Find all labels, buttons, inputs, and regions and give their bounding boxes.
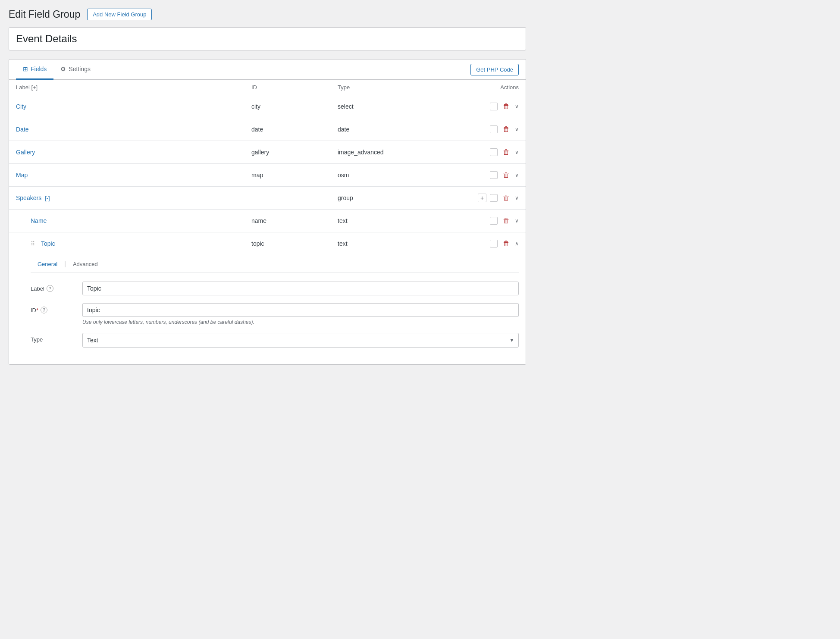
form-row-id: ID* ? Use only lowercase letters, number…: [31, 303, 519, 325]
table-row: Name name text 🗑 ∨: [9, 210, 526, 232]
form-row-label: Label ?: [31, 282, 519, 295]
topic-copy-checkbox[interactable]: [490, 240, 498, 247]
id-help-icon[interactable]: ?: [41, 307, 47, 313]
type-field-select-wrapper: Text Textarea Email Number URL Select Ch…: [82, 333, 519, 348]
field-editor-tabs: General | Advanced: [31, 255, 519, 273]
col-type: Type: [338, 84, 450, 91]
group-title-input[interactable]: [9, 28, 526, 50]
page-title: Edit Field Group: [9, 9, 80, 20]
date-delete-icon[interactable]: 🗑: [501, 124, 511, 135]
field-speakers-label[interactable]: Speakers: [16, 194, 41, 201]
field-topic-actions: 🗑 ∧: [450, 238, 519, 249]
field-topic-id: topic: [251, 240, 338, 247]
table-row: Map map osm 🗑 ∨: [9, 164, 526, 187]
editor-form: Label ? ID* ?: [31, 273, 519, 364]
table-row-group: Speakers [-] group + 🗑 ∨: [9, 187, 526, 210]
topic-delete-icon[interactable]: 🗑: [501, 238, 511, 249]
settings-tab-icon: ⚙: [60, 66, 66, 72]
field-topic-type: text: [338, 240, 450, 247]
label-help-icon[interactable]: ?: [47, 285, 53, 292]
name-delete-icon[interactable]: 🗑: [501, 216, 511, 226]
id-input[interactable]: [82, 303, 519, 317]
field-speakers-type: group: [338, 194, 450, 201]
col-actions: Actions: [450, 84, 519, 91]
editor-tab-general[interactable]: General: [31, 256, 64, 273]
tab-fields[interactable]: ⊞ Fields: [16, 60, 53, 80]
field-date-label[interactable]: Date: [16, 126, 29, 133]
field-gallery-label[interactable]: Gallery: [16, 149, 35, 156]
col-label: Label [+]: [16, 84, 251, 91]
map-delete-icon[interactable]: 🗑: [501, 170, 511, 180]
speakers-delete-icon[interactable]: 🗑: [501, 193, 511, 203]
id-hint: Use only lowercase letters, numbers, und…: [82, 319, 519, 325]
settings-tab-label: Settings: [69, 66, 91, 72]
gallery-collapse-icon[interactable]: ∨: [515, 149, 519, 155]
title-input-wrapper: [9, 27, 526, 50]
speakers-collapse-badge[interactable]: [-]: [45, 195, 50, 201]
field-gallery-type: image_advanced: [338, 149, 450, 156]
fields-tab-label: Fields: [31, 66, 47, 72]
topic-drag-handle[interactable]: ⠿: [31, 240, 35, 247]
city-copy-checkbox[interactable]: [490, 103, 498, 110]
speakers-add-subfield-icon[interactable]: +: [478, 194, 486, 202]
get-php-code-button[interactable]: Get PHP Code: [470, 64, 519, 75]
label-input[interactable]: [82, 282, 519, 295]
field-date-type: date: [338, 126, 450, 133]
type-select[interactable]: Text Textarea Email Number URL Select Ch…: [82, 333, 519, 348]
gallery-delete-icon[interactable]: 🗑: [501, 147, 511, 157]
id-field-label: ID* ?: [31, 303, 82, 313]
field-city-label[interactable]: City: [16, 103, 26, 110]
col-id: ID: [251, 84, 338, 91]
label-field-input-wrapper: [82, 282, 519, 295]
fields-table: Label [+] ID Type Actions City city sele…: [9, 80, 526, 364]
field-group-panel: ⊞ Fields ⚙ Settings Get PHP Code Label […: [9, 59, 526, 365]
field-map-label[interactable]: Map: [16, 172, 28, 179]
map-copy-checkbox[interactable]: [490, 171, 498, 179]
city-delete-icon[interactable]: 🗑: [501, 101, 511, 112]
field-name-actions: 🗑 ∨: [450, 216, 519, 226]
field-editor: General | Advanced Label ?: [9, 255, 526, 364]
editor-tab-advanced[interactable]: Advanced: [66, 256, 105, 273]
field-city-id: city: [251, 103, 338, 110]
name-collapse-icon[interactable]: ∨: [515, 218, 519, 224]
label-field-label: Label ?: [31, 282, 82, 292]
field-topic-label[interactable]: Topic: [41, 240, 55, 247]
tab-settings[interactable]: ⚙ Settings: [53, 60, 97, 80]
field-name-id: name: [251, 217, 338, 224]
field-map-type: osm: [338, 172, 450, 179]
table-header: Label [+] ID Type Actions: [9, 80, 526, 95]
add-new-field-group-button[interactable]: Add New Field Group: [87, 9, 152, 20]
speakers-collapse-icon[interactable]: ∨: [515, 195, 519, 201]
speakers-copy-checkbox[interactable]: [490, 194, 498, 202]
id-field-input-wrapper: Use only lowercase letters, numbers, und…: [82, 303, 519, 325]
table-row: Gallery gallery image_advanced 🗑 ∨: [9, 141, 526, 164]
field-name-label[interactable]: Name: [31, 217, 47, 224]
table-row: Date date date 🗑 ∨: [9, 118, 526, 141]
city-collapse-icon[interactable]: ∨: [515, 103, 519, 110]
field-city-type: select: [338, 103, 450, 110]
table-row: City city select 🗑 ∨: [9, 95, 526, 118]
fields-tab-icon: ⊞: [23, 66, 28, 72]
field-gallery-actions: 🗑 ∨: [450, 147, 519, 157]
topic-collapse-icon[interactable]: ∧: [515, 241, 519, 247]
date-copy-checkbox[interactable]: [490, 125, 498, 133]
panel-tabs: ⊞ Fields ⚙ Settings Get PHP Code: [9, 60, 526, 80]
date-collapse-icon[interactable]: ∨: [515, 126, 519, 132]
type-field-label: Type: [31, 333, 82, 343]
field-speakers-actions: + 🗑 ∨: [450, 193, 519, 203]
form-row-type: Type Text Textarea Email Number URL Sele…: [31, 333, 519, 348]
gallery-copy-checkbox[interactable]: [490, 148, 498, 156]
field-map-id: map: [251, 172, 338, 179]
field-map-actions: 🗑 ∨: [450, 170, 519, 180]
name-copy-checkbox[interactable]: [490, 217, 498, 225]
field-date-id: date: [251, 126, 338, 133]
field-city-actions: 🗑 ∨: [450, 101, 519, 112]
field-gallery-id: gallery: [251, 149, 338, 156]
field-name-type: text: [338, 217, 450, 224]
field-date-actions: 🗑 ∨: [450, 124, 519, 135]
table-row: ⠿ Topic topic text 🗑 ∧: [9, 232, 526, 255]
tabs-left: ⊞ Fields ⚙ Settings: [16, 60, 97, 79]
map-collapse-icon[interactable]: ∨: [515, 172, 519, 178]
